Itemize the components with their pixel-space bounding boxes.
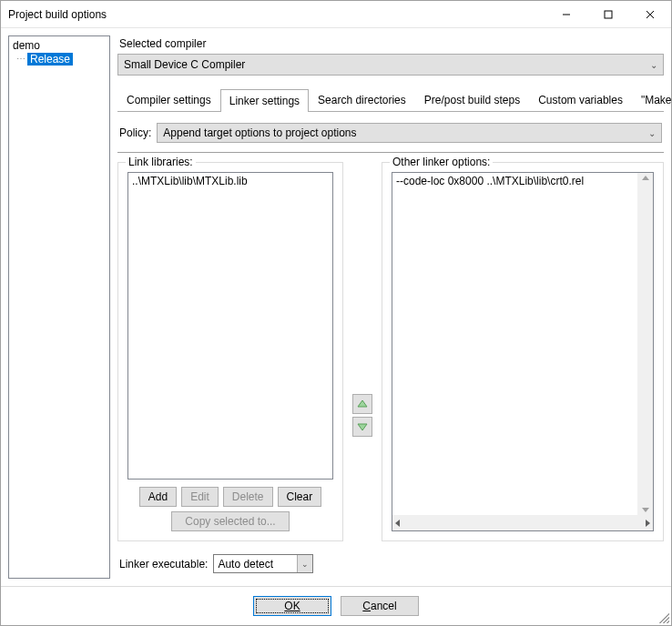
chevron-down-icon: ⌄ <box>648 128 656 138</box>
right-panel: Selected compiler Small Device C Compile… <box>117 35 664 579</box>
link-lib-btn-row2: Copy selected to... <box>127 511 333 531</box>
copy-selected-button[interactable]: Copy selected to... <box>171 511 290 531</box>
mover-column <box>351 162 374 541</box>
linker-exec-row: Linker executable: Auto detect ⌄ <box>119 554 664 573</box>
arrow-up-icon <box>357 399 368 409</box>
list-item[interactable]: ..\MTXLib\lib\MTXLib.lib <box>132 175 329 187</box>
linker-exec-combo[interactable]: Auto detect ⌄ <box>213 554 313 573</box>
content-area: demo ⋯ Release Selected compiler Small D… <box>1 28 671 586</box>
tab-custom-variables[interactable]: Custom variables <box>529 89 632 111</box>
ok-button[interactable]: OK <box>253 596 331 616</box>
delete-button[interactable]: Delete <box>223 487 273 507</box>
target-tree[interactable]: demo ⋯ Release <box>8 35 110 579</box>
policy-label: Policy: <box>119 126 151 139</box>
link-libraries-group: Link libraries: ..\MTXLib\lib\MTXLib.lib… <box>117 162 343 541</box>
edit-button[interactable]: Edit <box>181 487 219 507</box>
window-title: Project build options <box>8 8 545 21</box>
minimize-button[interactable] <box>545 1 587 28</box>
cancel-button[interactable]: Cancel <box>341 596 419 616</box>
clear-button[interactable]: Clear <box>278 487 322 507</box>
titlebar: Project build options <box>1 1 671 28</box>
link-libraries-list[interactable]: ..\MTXLib\lib\MTXLib.lib <box>127 172 333 480</box>
add-button[interactable]: Add <box>139 487 177 507</box>
tree-item-root[interactable]: demo <box>11 38 107 53</box>
tree-item-release[interactable]: ⋯ Release <box>16 53 107 66</box>
policy-select-value: Append target options to project options <box>163 126 356 139</box>
linker-exec-label: Linker executable: <box>119 558 208 570</box>
dialog-buttons: OK Cancel <box>1 586 671 625</box>
resize-grip-icon[interactable] <box>657 611 669 623</box>
close-button[interactable] <box>629 1 671 28</box>
scrollbar-vertical[interactable] <box>637 173 653 515</box>
policy-select[interactable]: Append target options to project options… <box>157 123 662 143</box>
link-libraries-legend: Link libraries: <box>126 156 196 168</box>
tree-connector-icon: ⋯ <box>16 55 25 64</box>
move-down-button[interactable] <box>352 417 372 437</box>
tree-item-label: Release <box>27 53 73 66</box>
other-linker-group: Other linker options: --code-loc 0x8000 … <box>382 162 664 541</box>
linker-groups: Link libraries: ..\MTXLib\lib\MTXLib.lib… <box>117 162 664 541</box>
chevron-down-icon: ⌄ <box>650 60 657 70</box>
svg-marker-5 <box>358 424 367 430</box>
policy-row: Policy: Append target options to project… <box>119 123 662 143</box>
tab-linker-settings[interactable]: Linker settings <box>220 89 309 112</box>
tab-make[interactable]: "Make" <box>632 89 672 111</box>
cancel-underline: C <box>362 600 371 612</box>
maximize-icon <box>604 10 613 19</box>
tab-compiler-settings[interactable]: Compiler settings <box>117 89 220 111</box>
divider <box>117 152 664 153</box>
svg-marker-4 <box>358 400 367 407</box>
maximize-button[interactable] <box>587 1 629 28</box>
chevron-down-icon: ⌄ <box>297 555 312 572</box>
move-up-button[interactable] <box>352 394 372 414</box>
link-lib-btn-row: Add Edit Delete Clear <box>127 487 333 507</box>
minimize-icon <box>562 10 571 19</box>
dialog-window: Project build options demo ⋯ Release Sel… <box>0 0 672 626</box>
close-icon <box>646 10 655 19</box>
tabstrip: Compiler settings Linker settings Search… <box>117 88 664 112</box>
other-linker-text: --code-loc 0x8000 ..\MTXLib\lib\crt0.rel <box>396 175 584 187</box>
scrollbar-horizontal[interactable] <box>392 515 653 530</box>
arrow-down-icon <box>357 421 368 432</box>
selected-compiler-label: Selected compiler <box>119 37 664 50</box>
linker-exec-value: Auto detect <box>218 558 273 570</box>
tab-search-directories[interactable]: Search directories <box>309 89 415 111</box>
svg-rect-1 <box>605 11 612 18</box>
tab-pre-post-build[interactable]: Pre/post build steps <box>415 89 529 111</box>
other-linker-legend: Other linker options: <box>390 156 493 168</box>
compiler-select-value: Small Device C Compiler <box>124 58 245 71</box>
compiler-select[interactable]: Small Device C Compiler ⌄ <box>117 54 664 76</box>
other-linker-textarea[interactable]: --code-loc 0x8000 ..\MTXLib\lib\crt0.rel <box>392 172 654 531</box>
